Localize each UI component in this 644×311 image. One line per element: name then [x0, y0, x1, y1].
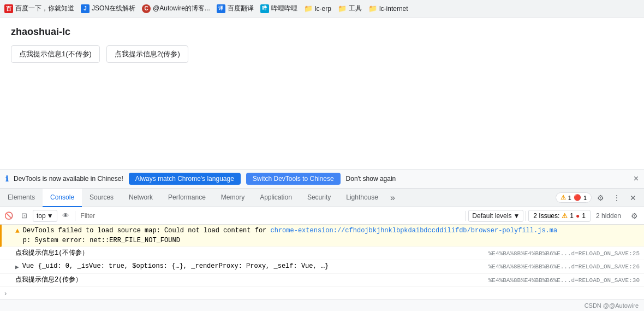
- folder-icon: 📁: [304, 4, 313, 13]
- bookmark-label: 百度一下，你就知道: [15, 4, 74, 13]
- bookmarks-bar: 百 百度一下，你就知道 J JSON在线解析 C @Autowire的博客...…: [0, 0, 644, 17]
- bookmark-label: 工具: [349, 4, 362, 13]
- bookmark-bilibili[interactable]: 哔 哔哩哔哩: [260, 4, 297, 13]
- bookmark-json[interactable]: J JSON在线解析: [81, 4, 135, 13]
- bili-icon: 哔: [260, 4, 269, 13]
- button-no-param[interactable]: 点我提示信息1(不传参): [11, 45, 100, 63]
- bookmark-label: lc-internet: [379, 5, 408, 13]
- folder-icon: 📁: [368, 4, 377, 13]
- page-title: zhaoshuai-lc: [11, 26, 633, 38]
- json-icon: J: [81, 4, 90, 13]
- c-icon: C: [142, 4, 151, 13]
- bookmark-tools[interactable]: 📁 工具: [338, 4, 362, 13]
- bookmark-baidu[interactable]: 百 百度一下，你就知道: [4, 4, 74, 13]
- bookmark-label: lc-erp: [315, 5, 331, 13]
- bookmark-label: 百度翻译: [228, 4, 254, 13]
- bookmark-fanyi[interactable]: 译 百度翻译: [217, 4, 254, 13]
- page-content: zhaoshuai-lc 点我提示信息1(不传参) 点我提示信息2(传参): [0, 17, 644, 171]
- bookmark-label: @Autowire的博客...: [153, 4, 210, 13]
- bookmark-autowire[interactable]: C @Autowire的博客...: [142, 4, 210, 13]
- bookmark-label: JSON在线解析: [92, 4, 135, 13]
- baidu-icon: 百: [4, 4, 13, 13]
- button-with-param[interactable]: 点我提示信息2(传参): [106, 45, 188, 63]
- page-buttons: 点我提示信息1(不传参) 点我提示信息2(传参): [11, 45, 633, 63]
- devtools-panel: ℹ DevTools is now available in Chinese! …: [0, 169, 644, 171]
- bookmark-lc-internet[interactable]: 📁 lc-internet: [368, 4, 408, 13]
- bookmark-label: 哔哩哔哩: [271, 4, 297, 13]
- fanyi-icon: 译: [217, 4, 225, 13]
- folder-icon: 📁: [338, 4, 347, 13]
- bookmark-lc-erp[interactable]: 📁 lc-erp: [304, 4, 331, 13]
- language-banner: ℹ DevTools is now available in Chinese! …: [0, 169, 644, 171]
